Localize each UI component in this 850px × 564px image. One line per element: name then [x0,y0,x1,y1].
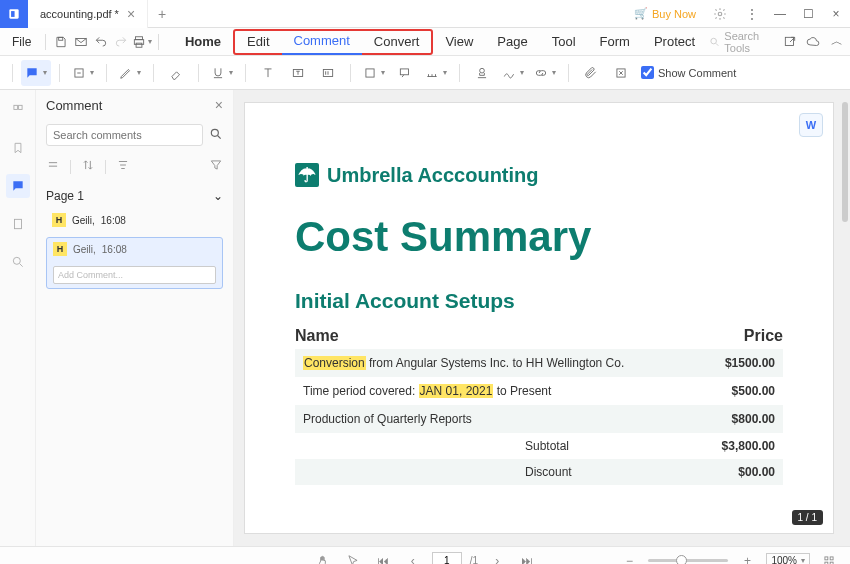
collapse-icon[interactable]: ︿ [828,31,846,53]
callout-tool[interactable] [391,60,419,86]
area-highlight-tool[interactable] [314,60,342,86]
svg-rect-7 [136,43,142,47]
bookmark-icon[interactable] [6,136,30,160]
highlight-tool[interactable]: ▾ [68,60,98,86]
subtotal-row: Subtotal $3,800.00 [295,433,783,459]
filter-list-icon[interactable] [116,158,130,175]
eraser-tool[interactable] [162,60,190,86]
filter-row [36,154,233,183]
settings-icon[interactable] [706,0,734,28]
tab-edit[interactable]: Edit [235,29,281,55]
zoom-value[interactable]: 100%▾ [766,553,810,564]
buy-now-link[interactable]: 🛒 Buy Now [634,7,696,20]
svg-point-8 [711,38,717,44]
zoom-in-icon[interactable]: + [736,550,758,565]
save-icon[interactable] [52,31,70,53]
cart-icon: 🛒 [634,7,648,20]
word-export-icon[interactable]: W [799,113,823,137]
close-tab-icon[interactable]: × [127,6,135,22]
attachment-tool[interactable] [577,60,605,86]
svg-rect-18 [18,105,21,109]
tab-view[interactable]: View [433,29,485,55]
undo-icon[interactable] [92,31,110,53]
show-comment-checkbox[interactable] [641,66,654,79]
filter-funnel-icon[interactable] [209,158,223,175]
hand-tool-icon[interactable] [312,550,334,565]
app-icon [0,0,28,28]
signature-tool[interactable]: ▾ [498,60,528,86]
document-page[interactable]: W ☂ Umbrella Acccounting Cost Summary In… [244,102,834,534]
bottom-bar: ⏮ ‹ /1 › ⏭ − + 100%▾ [0,546,850,564]
attachments-rail-icon[interactable] [6,212,30,236]
textbox-tool[interactable] [284,60,312,86]
scrollbar[interactable] [842,102,848,222]
highlighted-text[interactable]: JAN 01, 2021 [419,384,494,398]
highlighted-tabs-box: Edit Comment Convert [233,29,433,55]
tab-protect[interactable]: Protect [642,29,707,55]
toolbar: ▾ ▾ ▾ ▾ ▾ ▾ ▾ ▾ Show Comment [0,56,850,90]
comment-item[interactable]: H Geili, 16:08 [46,209,223,231]
stamp-tool[interactable] [468,60,496,86]
share-icon[interactable] [781,31,799,53]
tab-tool[interactable]: Tool [540,29,588,55]
minimize-button[interactable]: — [766,0,794,28]
tab-page[interactable]: Page [485,29,539,55]
underline-tool[interactable]: ▾ [207,60,237,86]
comment-search-input[interactable] [46,124,203,146]
search-rail-icon[interactable] [6,250,30,274]
file-menu[interactable]: File [4,35,39,49]
search-tools[interactable]: Search Tools [709,30,775,54]
show-comment-toggle[interactable]: Show Comment [641,66,736,79]
add-comment-input[interactable]: Add Comment... [53,266,216,284]
measure-tool[interactable]: ▾ [421,60,451,86]
panel-close-icon[interactable]: × [215,97,223,113]
hide-tool[interactable] [607,60,635,86]
page-section-header[interactable]: Page 1 ⌄ [46,189,223,203]
mail-icon[interactable] [72,31,90,53]
zoom-thumb[interactable] [676,555,687,564]
fit-page-icon[interactable] [818,550,840,565]
pencil-tool[interactable]: ▾ [115,60,145,86]
redo-icon[interactable] [112,31,130,53]
tab-form[interactable]: Form [588,29,642,55]
page-number-input[interactable] [432,552,462,565]
select-tool-icon[interactable] [342,550,364,565]
svg-rect-14 [400,68,408,74]
document-subtitle: Initial Account Setups [295,289,783,313]
next-page-icon[interactable]: › [486,550,508,565]
table-header: Name Price [295,327,783,349]
add-tab-button[interactable]: + [148,6,176,22]
maximize-button[interactable]: ☐ [794,0,822,28]
note-tool[interactable]: ▾ [21,60,51,86]
first-page-icon[interactable]: ⏮ [372,550,394,565]
chevron-down-icon: ⌄ [213,189,223,203]
thumbnails-icon[interactable] [6,98,30,122]
zoom-slider[interactable] [648,559,728,562]
comment-item-selected[interactable]: H Geili, 16:08 Add Comment... [46,237,223,289]
main-area: Comment × Page 1 ⌄ H Geili, 16:08 [0,90,850,546]
comment-search-icon[interactable] [209,127,223,144]
text-tool[interactable] [254,60,282,86]
link-tool[interactable]: ▾ [530,60,560,86]
cloud-icon[interactable] [805,31,823,53]
more-icon[interactable]: ⋮ [738,0,766,28]
close-window-button[interactable]: × [822,0,850,28]
sort-icon[interactable] [81,158,95,175]
comments-icon[interactable] [6,174,30,198]
shapes-tool[interactable]: ▾ [359,60,389,86]
svg-rect-9 [785,37,793,45]
last-page-icon[interactable]: ⏭ [516,550,538,565]
file-tab[interactable]: accounting.pdf * × [28,0,148,28]
document-area: W ☂ Umbrella Acccounting Cost Summary In… [234,90,850,546]
tab-home[interactable]: Home [173,29,233,55]
expand-all-icon[interactable] [46,158,60,175]
print-icon[interactable]: ▾ [132,31,152,53]
tab-convert[interactable]: Convert [362,29,432,55]
svg-point-20 [13,257,20,264]
prev-page-icon[interactable]: ‹ [402,550,424,565]
titlebar: accounting.pdf * × + 🛒 Buy Now ⋮ — ☐ × [0,0,850,28]
svg-rect-17 [13,105,16,109]
tab-comment[interactable]: Comment [282,29,362,55]
highlighted-text[interactable]: Conversion [303,356,366,370]
zoom-out-icon[interactable]: − [618,550,640,565]
